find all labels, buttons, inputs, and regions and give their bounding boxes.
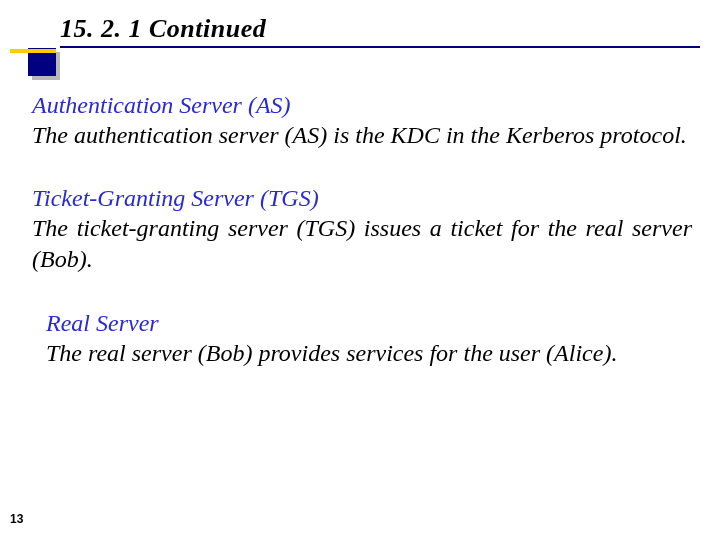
heading-as: Authentication Server (AS) [32, 90, 692, 120]
content-area: Authentication Server (AS) The authentic… [32, 90, 692, 401]
section-tgs: Ticket-Granting Server (TGS) The ticket-… [32, 183, 692, 275]
body-real-server: The real server (Bob) provides services … [46, 338, 692, 369]
heading-real-server: Real Server [46, 308, 692, 338]
section-real-server: Real Server The real server (Bob) provid… [46, 308, 692, 369]
section-as: Authentication Server (AS) The authentic… [32, 90, 692, 151]
title-bar: 15. 2. 1 Continued [60, 14, 700, 48]
body-as: The authentication server (AS) is the KD… [32, 120, 692, 151]
heading-tgs: Ticket-Granting Server (TGS) [32, 183, 692, 213]
page-number: 13 [10, 512, 23, 526]
slide-title: 15. 2. 1 Continued [60, 14, 700, 44]
accent-bar-icon [10, 49, 56, 53]
body-tgs: The ticket-granting server (TGS) issues … [32, 213, 692, 275]
